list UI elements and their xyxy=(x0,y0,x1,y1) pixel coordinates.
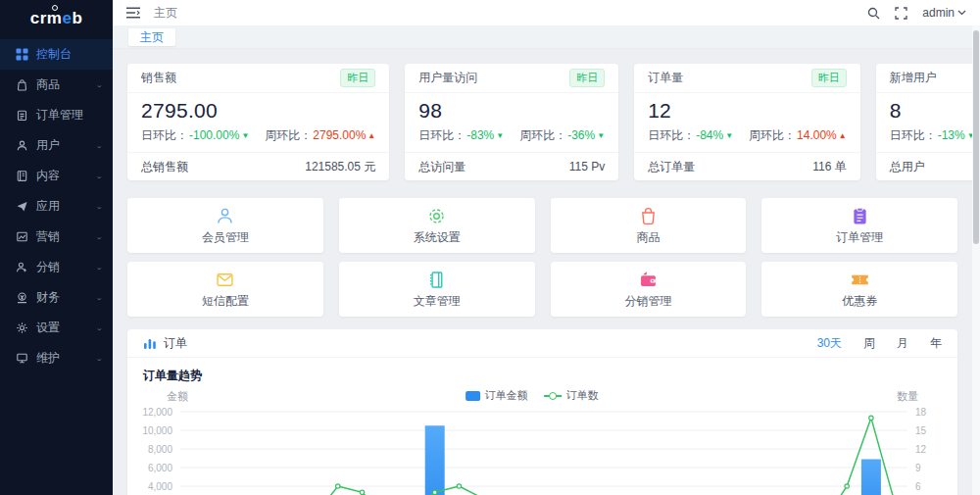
shortcut-label: 优惠券 xyxy=(842,293,877,310)
range-tab-30d[interactable]: 30天 xyxy=(817,335,842,352)
shortcut-order-management[interactable]: 订单管理 xyxy=(761,198,957,253)
sidebar-item-goods[interactable]: 商品 ⌄ xyxy=(0,70,113,100)
sidebar-item-dashboard[interactable]: 控制台 xyxy=(0,39,113,70)
top-bar: 主页 admin xyxy=(113,0,980,25)
sidebar-item-users[interactable]: 用户 ⌄ xyxy=(0,130,113,161)
stat-value: 8 xyxy=(890,99,972,123)
yesterday-badge: 昨日 xyxy=(569,69,605,86)
tab-strip: 主页 xyxy=(113,25,980,49)
clipboard-icon xyxy=(15,109,28,123)
chevron-down-icon: ⌄ xyxy=(95,173,103,180)
article-icon xyxy=(426,270,447,290)
shortcut-member-management[interactable]: 会员管理 xyxy=(127,198,323,253)
menu-collapse-icon[interactable] xyxy=(126,7,140,19)
sidebar-item-label: 财务 xyxy=(36,289,60,306)
shopping-bag-icon xyxy=(15,78,28,92)
sidebar-item-apps[interactable]: 应用 ⌄ xyxy=(0,191,113,222)
book-icon xyxy=(15,170,28,183)
shortcut-label: 订单管理 xyxy=(836,229,883,246)
product-icon xyxy=(638,206,659,226)
scrollbar-thumb[interactable] xyxy=(973,30,979,244)
yesterday-badge: 昨日 xyxy=(811,69,847,86)
chevron-down-icon xyxy=(957,10,966,16)
search-icon[interactable] xyxy=(867,7,880,20)
shortcut-products[interactable]: 商品 xyxy=(551,198,747,253)
stat-title: 用户量访问 xyxy=(418,70,477,86)
day-ratio-label: 日环比： xyxy=(890,128,937,142)
sidebar-item-finance[interactable]: 财务 ⌄ xyxy=(0,282,113,313)
fullscreen-icon[interactable] xyxy=(895,7,907,20)
user-menu[interactable]: admin xyxy=(922,6,966,20)
legend-item-order-count[interactable]: 订单数 xyxy=(544,388,599,403)
legend-item-order-amount[interactable]: 订单金额 xyxy=(466,388,528,403)
shortcut-label: 短信配置 xyxy=(202,293,249,310)
sidebar-item-label: 营销 xyxy=(36,228,60,245)
day-ratio-value: -83%▼ xyxy=(466,128,504,142)
shortcut-label: 分销管理 xyxy=(624,293,671,310)
tab-home[interactable]: 主页 xyxy=(128,28,175,46)
legend-line-swatch xyxy=(544,391,562,401)
distribution-manage-icon xyxy=(638,270,659,290)
range-tab-year[interactable]: 年 xyxy=(930,335,942,352)
sidebar-item-distribution[interactable]: 分销 ⌄ xyxy=(0,252,113,282)
day-ratio-label: 日环比： xyxy=(141,128,188,142)
sidebar-item-label: 应用 xyxy=(36,198,60,215)
vertical-scrollbar xyxy=(972,25,980,495)
chevron-down-icon: ⌄ xyxy=(95,324,103,332)
stat-total-label: 总访问量 xyxy=(418,159,466,175)
week-ratio-value: -36%▼ xyxy=(567,128,605,142)
sidebar: crmeb 控制台 商品 ⌄ 订单管理 用户 ⌄ xyxy=(0,0,113,495)
svg-text:6,000: 6,000 xyxy=(148,463,172,473)
week-ratio-label: 周环比： xyxy=(749,128,796,142)
sidebar-item-label: 设置 xyxy=(36,320,60,336)
shortcut-coupons[interactable]: 优惠券 xyxy=(761,262,957,317)
chevron-down-icon: ⌄ xyxy=(95,81,103,89)
stat-title: 销售额 xyxy=(141,70,176,86)
shortcut-system-settings[interactable]: 系统设置 xyxy=(339,198,535,253)
sidebar-item-content[interactable]: 内容 ⌄ xyxy=(0,161,113,191)
chevron-down-icon: ⌄ xyxy=(95,294,103,302)
sidebar-item-settings[interactable]: 设置 ⌄ xyxy=(0,313,113,343)
left-axis-name: 金额 xyxy=(167,389,188,404)
week-ratio-label: 周环比： xyxy=(265,128,312,142)
chart-image-icon xyxy=(15,230,28,244)
chart-axis-row: 金额 订单金额 订单数 数量 xyxy=(141,387,944,404)
range-tab-month[interactable]: 月 xyxy=(897,335,908,352)
order-manage-icon xyxy=(850,206,870,226)
chevron-down-icon: ⌄ xyxy=(95,355,103,363)
chart-range-tabs: 30天 周 月 年 xyxy=(817,335,942,352)
sidebar-item-order-management[interactable]: 订单管理 xyxy=(0,100,113,130)
week-ratio-label: 周环比： xyxy=(519,128,566,142)
sidebar-item-marketing[interactable]: 营销 ⌄ xyxy=(0,222,113,252)
shortcut-grid: 会员管理 系统设置 商品 订单管理 短信配置 文章管理 xyxy=(127,198,957,317)
day-ratio-value: -100.00%▼ xyxy=(189,128,249,142)
svg-text:9: 9 xyxy=(915,463,921,473)
week-ratio-value: 14.00%▲ xyxy=(797,128,847,142)
svg-text:6: 6 xyxy=(915,481,921,492)
chevron-down-icon: ⌄ xyxy=(95,142,103,150)
range-tab-week[interactable]: 周 xyxy=(863,335,875,352)
shortcut-distribution-management[interactable]: 分销管理 xyxy=(551,262,747,317)
sidebar-item-maintenance[interactable]: 维护 ⌄ xyxy=(0,343,113,373)
stat-total-label: 总订单量 xyxy=(648,159,695,175)
stat-value: 12 xyxy=(648,99,847,123)
shortcut-label: 商品 xyxy=(636,229,660,246)
bar-chart-icon xyxy=(143,337,157,350)
person-share-icon xyxy=(15,261,28,274)
app-logo: crmeb xyxy=(0,0,113,37)
svg-text:12: 12 xyxy=(915,444,927,455)
stat-value: 2795.00 xyxy=(141,99,375,123)
stat-card-row: 销售额昨日 2795.00 日环比：-100.00%▼ 周环比：2795.00%… xyxy=(127,64,957,180)
user-name: admin xyxy=(922,6,955,20)
shortcut-label: 文章管理 xyxy=(414,293,461,310)
chevron-down-icon: ⌄ xyxy=(95,264,103,272)
shortcut-sms-config[interactable]: 短信配置 xyxy=(127,262,323,317)
money-icon xyxy=(15,291,28,305)
shortcut-article-management[interactable]: 文章管理 xyxy=(339,262,535,317)
breadcrumb[interactable]: 主页 xyxy=(154,5,177,22)
stat-card-orders: 订单量昨日 12 日环比：-84%▼ 周环比：14.00%▲ 总订单量116 单 xyxy=(634,64,860,180)
week-ratio-value: 2795.00%▲ xyxy=(313,128,375,142)
stat-card-sales: 销售额昨日 2795.00 日环比：-100.00%▼ 周环比：2795.00%… xyxy=(127,64,389,180)
yesterday-badge: 昨日 xyxy=(340,69,375,86)
svg-text:10,000: 10,000 xyxy=(142,425,172,436)
